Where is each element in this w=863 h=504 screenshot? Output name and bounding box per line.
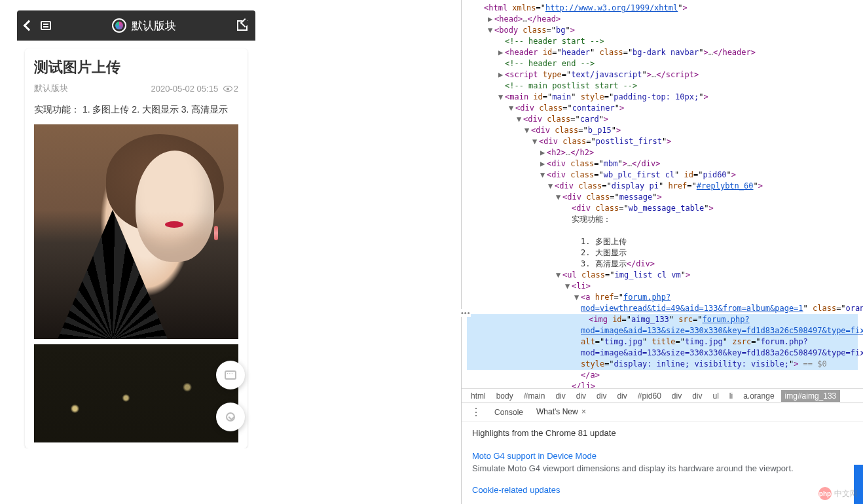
expand-icon[interactable]: ▼ bbox=[532, 136, 539, 147]
expand-icon[interactable]: ▶ bbox=[498, 47, 505, 58]
expand-icon[interactable]: ▼ bbox=[540, 170, 547, 181]
post-card: 测试图片上传 默认版块 2020-05-02 05:15 2 实现功能： 1. … bbox=[25, 48, 248, 448]
dom-line[interactable]: ▶<div class="mbm">…</div> bbox=[467, 158, 858, 170]
dom-line[interactable]: 实现功能： bbox=[467, 214, 858, 225]
breadcrumb-item[interactable]: div bbox=[688, 390, 706, 402]
dom-line[interactable]: 1. 多图上传 bbox=[467, 236, 858, 247]
breadcrumb-item[interactable]: div bbox=[593, 390, 610, 402]
tab-whats-new[interactable]: What's New × bbox=[530, 404, 593, 421]
dom-line[interactable]: style="display: inline; visibility: visi… bbox=[467, 359, 858, 370]
dom-line[interactable]: ▼<div class="container"> bbox=[467, 103, 858, 114]
tab-label: What's New bbox=[536, 407, 578, 416]
dom-line[interactable]: <div class="wb_message_table"> bbox=[467, 203, 858, 214]
expand-icon[interactable]: ▼ bbox=[498, 92, 505, 103]
expand-icon[interactable]: ▶ bbox=[540, 147, 547, 158]
expand-icon[interactable]: ▼ bbox=[556, 192, 562, 203]
dom-line[interactable]: ▼<main id="main" style="padding-top: 10p… bbox=[467, 92, 858, 103]
menu-icon[interactable] bbox=[41, 21, 51, 30]
dom-line[interactable]: ▶<h2>…</h2> bbox=[467, 147, 858, 158]
breadcrumb-item[interactable]: div bbox=[572, 390, 590, 402]
expand-icon[interactable]: ▼ bbox=[488, 25, 494, 36]
post-timestamp: 2020-05-02 05:15 bbox=[151, 84, 218, 94]
breadcrumb-item[interactable]: body bbox=[492, 390, 517, 402]
dom-line[interactable]: ▼<ul class="img_list cl vm"> bbox=[467, 270, 858, 281]
dom-line[interactable]: mod=viewthread&tid=49&aid=133&from=album… bbox=[467, 303, 858, 314]
dom-line[interactable]: 3. 高清显示</div> bbox=[467, 259, 858, 270]
dom-line[interactable]: mod=image&aid=133&size=330x330&key=fd1d8… bbox=[467, 348, 858, 359]
breadcrumb-item[interactable]: div bbox=[668, 390, 686, 402]
breadcrumb-item[interactable]: ul bbox=[709, 390, 723, 402]
header-title: 默认版块 bbox=[132, 18, 176, 33]
devtools-panel: <html xmlns="http://www.w3.org/1999/xhtm… bbox=[461, 0, 863, 504]
expand-icon[interactable]: ▼ bbox=[574, 292, 581, 303]
mobile-preview: 默认版块 测试图片上传 默认版块 2020-05-02 05:15 2 实现功能… bbox=[17, 10, 255, 448]
breadcrumb-item[interactable]: html bbox=[467, 390, 490, 402]
expand-icon[interactable]: ▼ bbox=[565, 281, 572, 292]
close-icon[interactable]: × bbox=[581, 407, 586, 416]
expand-icon[interactable]: ▼ bbox=[556, 270, 562, 281]
breadcrumb-item[interactable]: #pid60 bbox=[634, 390, 665, 402]
breadcrumb-item[interactable]: li bbox=[725, 390, 737, 402]
expand-icon[interactable]: ▼ bbox=[509, 103, 515, 114]
overflow-dots[interactable]: ••• bbox=[461, 309, 471, 317]
dom-line[interactable]: ▼<a href="forum.php? bbox=[467, 292, 858, 303]
dom-line[interactable]: ▼<body class="bg"> bbox=[467, 25, 858, 36]
whats-new-item-2-title[interactable]: Cookie-related updates bbox=[472, 485, 853, 495]
breadcrumb-item[interactable]: a.orange bbox=[739, 390, 778, 402]
expand-icon[interactable]: ▼ bbox=[517, 114, 523, 125]
back-icon[interactable] bbox=[24, 20, 35, 31]
compose-icon[interactable] bbox=[237, 20, 248, 31]
dom-line[interactable]: </li> bbox=[467, 381, 858, 388]
dom-line[interactable] bbox=[467, 225, 858, 236]
dom-line[interactable]: ▼<div class="card"> bbox=[467, 114, 858, 125]
whats-new-item-1-title[interactable]: Moto G4 support in Device Mode bbox=[472, 451, 853, 461]
post-image-2[interactable] bbox=[34, 344, 238, 442]
expand-icon[interactable]: ▶ bbox=[498, 69, 505, 81]
expand-icon[interactable]: ▶ bbox=[540, 158, 547, 170]
whats-new-panel: Highlights from the Chrome 81 update Mot… bbox=[462, 421, 863, 504]
watermark-text: 中文网 bbox=[834, 488, 858, 499]
more-icon[interactable]: ⋮ bbox=[464, 406, 488, 418]
logo-icon bbox=[112, 18, 126, 33]
comment-icon bbox=[225, 370, 236, 380]
dom-line[interactable]: <!-- header start --> bbox=[467, 36, 858, 47]
dom-line[interactable]: mod=image&aid=133&size=330x330&key=fd1d8… bbox=[467, 325, 858, 336]
breadcrumb-item[interactable]: div bbox=[551, 390, 569, 402]
expand-icon[interactable]: ▶ bbox=[488, 14, 494, 25]
dom-line[interactable]: ▶<script type="text/javascript">…</scrip… bbox=[467, 69, 858, 81]
dom-line[interactable]: <img id="aimg_133" src="forum.php? bbox=[467, 314, 858, 325]
expand-icon[interactable]: ▼ bbox=[548, 181, 555, 192]
dom-line[interactable]: alt="timg.jpg" title="timg.jpg" zsrc="fo… bbox=[467, 336, 858, 348]
chevron-down-icon bbox=[226, 412, 235, 422]
dom-line[interactable]: <html xmlns="http://www.w3.org/1999/xhtm… bbox=[467, 3, 858, 14]
eye-icon bbox=[223, 86, 232, 92]
watermark: php 中文网 bbox=[818, 487, 858, 500]
dom-line[interactable]: ▼<div class="display pi" href="#replybtn… bbox=[467, 181, 858, 192]
view-count: 2 bbox=[234, 84, 238, 94]
dom-line[interactable]: <!-- header end --> bbox=[467, 58, 858, 69]
breadcrumb-item[interactable]: img#aimg_133 bbox=[781, 390, 841, 402]
post-category[interactable]: 默认版块 bbox=[34, 82, 68, 94]
dom-line[interactable]: </a> bbox=[467, 370, 858, 381]
dom-line[interactable]: ▼<div class="wb_plc_first cl" id="pid60"… bbox=[467, 170, 858, 181]
whats-new-headline: Highlights from the Chrome 81 update bbox=[472, 428, 853, 438]
dom-line[interactable]: ▼<div class="message"> bbox=[467, 192, 858, 203]
breadcrumb-item[interactable]: div bbox=[613, 390, 631, 402]
dom-line[interactable]: 2. 大图显示 bbox=[467, 247, 858, 259]
dom-line[interactable]: <!-- main postlist start --> bbox=[467, 81, 858, 92]
dom-line[interactable]: ▶<head>…</head> bbox=[467, 14, 858, 25]
scroll-down-fab[interactable] bbox=[216, 403, 245, 431]
tab-console[interactable]: Console bbox=[488, 405, 530, 420]
breadcrumb[interactable]: htmlbody#maindivdivdivdiv#pid60divdivull… bbox=[462, 388, 863, 403]
dom-tree[interactable]: <html xmlns="http://www.w3.org/1999/xhtm… bbox=[462, 0, 863, 388]
comment-fab[interactable] bbox=[216, 361, 245, 389]
dom-line[interactable]: ▼<div class="postlist_first"> bbox=[467, 136, 858, 147]
dom-line[interactable]: ▼<div class="b_p15"> bbox=[467, 125, 858, 136]
dom-line[interactable]: ▼<li> bbox=[467, 281, 858, 292]
expand-icon[interactable]: ▼ bbox=[524, 125, 531, 136]
post-body-text: 实现功能： 1. 多图上传 2. 大图显示 3. 高清显示 bbox=[34, 102, 238, 117]
dom-line[interactable]: ▶<header id="header" class="bg-dark navb… bbox=[467, 47, 858, 58]
drawer-tabs: ⋮ Console What's New × bbox=[462, 403, 863, 421]
post-image-1[interactable] bbox=[34, 124, 238, 339]
breadcrumb-item[interactable]: #main bbox=[520, 390, 549, 402]
